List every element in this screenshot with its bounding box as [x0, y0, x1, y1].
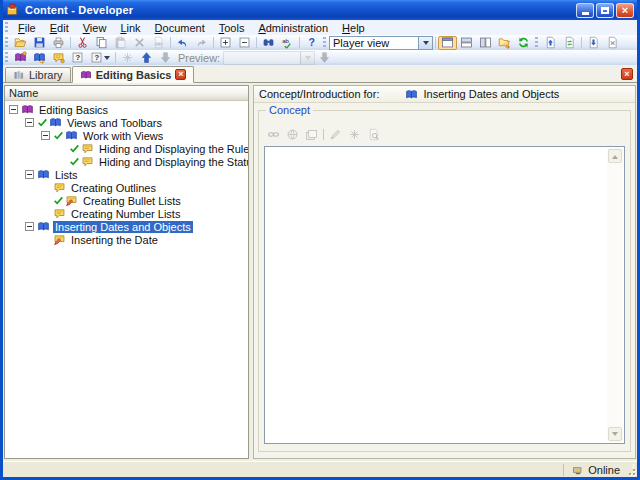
tree-item-inserting-dates-and-objects[interactable]: Inserting Dates and Objects: [5, 220, 248, 233]
menu-view[interactable]: View: [76, 22, 114, 34]
toolbar-grip[interactable]: [535, 37, 538, 48]
preview-go-button[interactable]: [315, 51, 334, 65]
scroll-up-button[interactable]: [608, 149, 622, 163]
spelling-button[interactable]: ab: [278, 36, 297, 50]
topic-icon: [81, 155, 94, 168]
menu-administration[interactable]: Administration: [251, 22, 335, 34]
cut-button[interactable]: [73, 36, 92, 50]
tree-item-creating-bullet-lists[interactable]: Creating Bullet Lists: [5, 194, 248, 207]
tree-item-label: Views and Toolbars: [65, 117, 164, 129]
close-document-button[interactable]: ×: [621, 68, 633, 80]
topic-edit-icon: [65, 194, 78, 207]
insert-url-button[interactable]: [283, 127, 302, 141]
tab-library[interactable]: Library: [5, 67, 71, 82]
player-view-icon: [441, 36, 454, 49]
check-in-button[interactable]: [541, 36, 560, 50]
find-button[interactable]: [259, 36, 278, 50]
svg-text:?: ?: [308, 36, 314, 48]
undo-button[interactable]: [173, 36, 192, 50]
collapse-expander-icon[interactable]: [25, 170, 34, 179]
tree-item-label: Creating Number Lists: [69, 208, 182, 220]
menu-help[interactable]: Help: [335, 22, 372, 34]
cut-icon: [76, 36, 89, 49]
tree-item-creating-number-lists[interactable]: Creating Number Lists: [5, 207, 248, 220]
concept-editor[interactable]: [264, 146, 625, 444]
preview-selector-dropdown[interactable]: [300, 52, 314, 64]
collapse-expander-icon[interactable]: [41, 131, 50, 140]
check-out-button[interactable]: [560, 36, 579, 50]
player-view-mode-button[interactable]: [438, 36, 457, 50]
collapse-expander-icon[interactable]: [9, 105, 18, 114]
menu-link[interactable]: Link: [113, 22, 147, 34]
move-up-button[interactable]: [137, 51, 156, 65]
get-latest-version-button[interactable]: [584, 36, 603, 50]
menu-file[interactable]: File: [11, 22, 43, 34]
toolbar-separator: [213, 37, 214, 48]
tree-item-work-with-views[interactable]: Work with Views: [5, 129, 248, 142]
insert-assessment-button[interactable]: ?: [87, 51, 113, 65]
resize-grip[interactable]: [626, 466, 636, 476]
menu-grip[interactable]: [5, 22, 8, 33]
tab-label: Editing Basics: [96, 69, 172, 81]
delete-icon: [133, 36, 146, 49]
menu-edit[interactable]: Edit: [43, 22, 76, 34]
editor-scrollbar[interactable]: [607, 148, 623, 442]
print-button[interactable]: [49, 36, 68, 50]
help-button[interactable]: ?: [302, 36, 321, 50]
expand-all-button[interactable]: [216, 36, 235, 50]
tree-item-hiding-and-displaying-the-ruler[interactable]: Hiding and Displaying the Ruler: [5, 142, 248, 155]
new-section-button[interactable]: [30, 51, 49, 65]
preview-concept-button[interactable]: [364, 127, 383, 141]
maximize-button[interactable]: [596, 3, 614, 18]
view-selector-dropdown[interactable]: [418, 37, 432, 49]
collapse-all-button[interactable]: [235, 36, 254, 50]
toolbar-grip[interactable]: [5, 52, 8, 63]
edit-concept-button[interactable]: [326, 127, 345, 141]
insert-question-button[interactable]: ?: [68, 51, 87, 65]
tree-item-label: Work with Views: [81, 130, 165, 142]
expand-icon: [219, 36, 232, 49]
tree-item-editing-basics[interactable]: Editing Basics: [5, 103, 248, 116]
tree-item-hiding-and-displaying-the-status-bar[interactable]: Hiding and Displaying the Status Bar: [5, 155, 248, 168]
open-in-library-button[interactable]: [495, 36, 514, 50]
toolbar-grip[interactable]: [323, 37, 326, 48]
new-module-button[interactable]: [11, 51, 30, 65]
menu-document[interactable]: Document: [148, 22, 212, 34]
copy-button[interactable]: [92, 36, 111, 50]
delete-button[interactable]: [130, 36, 149, 50]
view-selector[interactable]: Player view: [329, 36, 433, 50]
refresh-icon: [517, 36, 530, 49]
open-button[interactable]: [11, 36, 30, 50]
redo-button[interactable]: [192, 36, 211, 50]
create-link-button[interactable]: [264, 127, 283, 141]
tree-item-inserting-the-date[interactable]: Inserting the Date: [5, 233, 248, 246]
collapse-expander-icon[interactable]: [25, 222, 34, 231]
tree-item-lists[interactable]: Lists: [5, 168, 248, 181]
toolbar-grip[interactable]: [5, 37, 8, 48]
cancel-check-out-button[interactable]: [603, 36, 622, 50]
tree-item-creating-outlines[interactable]: Creating Outlines: [5, 181, 248, 194]
insert-package-button[interactable]: [302, 127, 321, 141]
new-topic-button[interactable]: [49, 51, 68, 65]
clear-concept-button[interactable]: [345, 127, 364, 141]
close-button[interactable]: ×: [616, 3, 634, 18]
split-horizontal-view-button[interactable]: [457, 36, 476, 50]
save-button[interactable]: [30, 36, 49, 50]
menu-tools[interactable]: Tools: [212, 22, 252, 34]
topic-new-icon: [52, 51, 65, 64]
refresh-button[interactable]: [514, 36, 533, 50]
spark-icon: [348, 128, 361, 141]
record-topic-button[interactable]: [118, 51, 137, 65]
tab-editing-basics[interactable]: Editing Basics×: [72, 66, 195, 83]
tree-item-views-and-toolbars[interactable]: Views and Toolbars: [5, 116, 248, 129]
name-column-header[interactable]: Name: [5, 86, 248, 101]
tab-close-icon[interactable]: ×: [175, 69, 186, 80]
scroll-down-button[interactable]: [608, 427, 622, 441]
minimize-button[interactable]: [576, 3, 594, 18]
move-down-button[interactable]: [156, 51, 175, 65]
collapse-expander-icon[interactable]: [25, 118, 34, 127]
paste-special-button[interactable]: [149, 36, 168, 50]
topic-icon: [81, 142, 94, 155]
paste-button[interactable]: [111, 36, 130, 50]
split-vertical-view-button[interactable]: [476, 36, 495, 50]
